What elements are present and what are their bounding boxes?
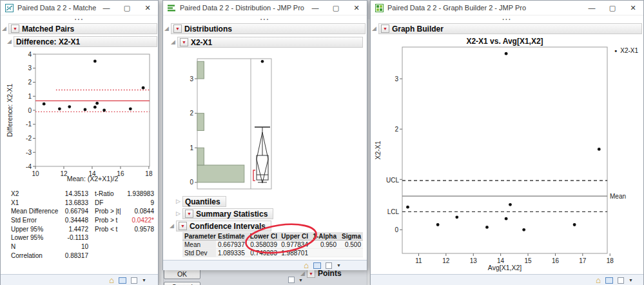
titlebar[interactable]: Paired Data 2 2 - Matched Pair... — ▢ ✕ [1, 1, 158, 15]
caret-down-icon[interactable]: ▼ [629, 278, 633, 282]
legend[interactable]: ● X2-X1 [614, 47, 638, 54]
checkbox[interactable] [288, 277, 295, 283]
outline-node-matched-pairs[interactable]: ▼ Matched Pairs [8, 23, 157, 34]
close-button[interactable]: ✕ [137, 1, 158, 15]
window-preview-icon[interactable] [605, 277, 613, 284]
matched-pairs-plot[interactable]: 101214161843210-1-2-3-4Mean: (X2+X1)/2Di… [3, 48, 158, 190]
red-triangle-menu-icon[interactable]: ▼ [11, 25, 19, 33]
close-button[interactable]: ✕ [623, 1, 643, 15]
checkbox[interactable] [131, 277, 137, 284]
svg-text:18: 18 [607, 257, 614, 264]
points-outline-node[interactable]: ◢ ▼ Points [300, 269, 342, 278]
minimize-button[interactable]: — [581, 1, 602, 15]
disclosure-triangle-icon[interactable]: ◢ [300, 271, 305, 277]
disclosure-triangle-icon[interactable]: ◢ [170, 223, 174, 229]
graph-builder-plot[interactable]: 1112131415161718320UCLMeanLCLAvg[X1,X2]X… [373, 37, 644, 275]
table-cell: Std Dev [182, 249, 216, 257]
outline-title: Graph Builder [392, 25, 444, 34]
outline-node-variable[interactable]: ▼ X2-X1 [177, 37, 363, 48]
close-button[interactable]: ✕ [346, 1, 367, 15]
outline-node-graph-builder[interactable]: ▼ Graph Builder [378, 23, 642, 34]
svg-text:1: 1 [190, 144, 193, 152]
outline-node-difference[interactable]: Difference: X2-X1 [14, 36, 157, 47]
maximize-button[interactable]: ▢ [326, 1, 346, 15]
checkbox[interactable] [326, 262, 332, 269]
window-grip-dots[interactable]: ... [371, 15, 643, 22]
table-cell: 0.358039 [246, 241, 279, 249]
distribution-app-icon [168, 4, 176, 12]
outline-node-quantiles[interactable]: Quantiles [182, 196, 226, 207]
svg-text:1: 1 [28, 93, 32, 100]
disclosure-triangle-icon[interactable]: ▷ [176, 211, 181, 217]
window-grip-dots[interactable]: ... [1, 15, 158, 22]
cancel-button[interactable]: Cancel [164, 282, 200, 285]
red-triangle-menu-icon[interactable]: ▼ [381, 25, 389, 33]
status-bar: ⌂ ▼ [1, 274, 158, 285]
stat-row: Prob > |t|0.0844 [95, 207, 154, 216]
caret-down-icon[interactable]: ▼ [337, 263, 341, 268]
window-preview-icon[interactable] [313, 262, 321, 269]
titlebar[interactable]: Paired Data 2 2 - Graph Builder 2 - JMP … [371, 1, 643, 15]
outline-title: Quantiles [185, 197, 220, 206]
disclosure-triangle-icon[interactable]: ◢ [7, 39, 12, 44]
svg-text:16: 16 [552, 257, 560, 264]
checkbox[interactable] [618, 277, 624, 284]
svg-text:4: 4 [28, 51, 32, 58]
svg-text:Difference: X2-X1: Difference: X2-X1 [6, 84, 14, 137]
red-triangle-menu-icon[interactable]: ▼ [173, 25, 182, 33]
desktop: { "app": { "accent_red": "#d93a45", "his… [0, 0, 644, 285]
svg-text:3: 3 [190, 75, 193, 83]
caret-down-icon[interactable]: ▼ [142, 278, 146, 282]
disclosure-triangle-icon[interactable]: ◢ [2, 26, 6, 32]
disclosure-triangle-icon[interactable]: ◢ [171, 39, 175, 45]
svg-text:UCL: UCL [386, 177, 399, 184]
svg-text:3: 3 [28, 64, 32, 72]
window-grip-dots[interactable]: ... [163, 15, 367, 22]
outline-title: Summary Statistics [196, 210, 268, 219]
red-triangle-menu-icon[interactable]: ▼ [307, 270, 315, 278]
home-icon[interactable]: ⌂ [304, 261, 309, 270]
caret-down-icon[interactable]: ▼ [298, 278, 303, 282]
home-icon[interactable]: ⌂ [109, 276, 114, 284]
disclosure-triangle-icon[interactable]: ◢ [164, 26, 169, 32]
svg-text:3: 3 [395, 75, 398, 83]
table-cell: 0.749283 [246, 249, 279, 257]
window-preview-icon[interactable] [119, 277, 126, 284]
points-outline-label: Points [318, 269, 342, 278]
legend-label: X2-X1 [620, 47, 638, 54]
table-header-cell: Sigma [338, 232, 363, 241]
stat-row: t-Ratio1.938983 [95, 190, 154, 199]
red-triangle-menu-icon[interactable]: ▼ [185, 210, 193, 218]
home-icon[interactable]: ⌂ [596, 276, 601, 284]
stats-column-left: X214.3513X113.6833Mean Difference0.66794… [11, 190, 88, 260]
outline-node-confidence-intervals[interactable]: ▼ Confidence Intervals [176, 221, 271, 231]
window-graph-builder: Paired Data 2 2 - Graph Builder 2 - JMP … [370, 0, 644, 285]
outline-node-distributions[interactable]: ▼ Distributions [171, 23, 366, 34]
hidden-statusbar-fragment: ▼ [288, 277, 303, 283]
red-triangle-menu-icon[interactable]: ▼ [179, 222, 187, 230]
minimize-button[interactable]: — [305, 1, 326, 15]
red-triangle-menu-icon[interactable]: ▼ [180, 38, 188, 46]
maximize-button[interactable]: ▢ [117, 1, 137, 15]
disclosure-triangle-icon[interactable]: ▷ [176, 199, 181, 204]
minimize-button[interactable]: — [96, 1, 117, 15]
table-cell [338, 249, 363, 257]
table-header-cell: Upper CI [279, 232, 310, 241]
stats-column-right: t-Ratio1.938983DF9Prob > |t|0.0844Prob >… [95, 190, 154, 260]
svg-text:18: 18 [145, 170, 153, 177]
distribution-plot[interactable]: 0123 [182, 51, 279, 202]
svg-text:-3: -3 [26, 149, 32, 156]
stat-row: N10 [11, 242, 88, 251]
table-header-cell: Lower CI [246, 232, 279, 241]
maximize-button[interactable]: ▢ [602, 1, 623, 15]
status-bar: ⌂ ▼ [371, 274, 643, 285]
titlebar[interactable]: Paired Data 2 2 - Distribution - JMP Pro… [163, 1, 367, 15]
stat-row: Upper 95%1.4472 [11, 225, 88, 234]
outline-node-summary-statistics[interactable]: ▼ Summary Statistics [182, 208, 273, 219]
disclosure-triangle-icon[interactable]: ◢ [372, 26, 376, 32]
outline-title: Confidence Intervals [190, 222, 266, 231]
graph-builder-app-icon [375, 4, 384, 12]
window-title: Paired Data 2 2 - Matched Pair... [17, 4, 96, 12]
stat-row: Correlation0.88317 [11, 251, 88, 260]
matched-pairs-app-icon [5, 4, 14, 12]
